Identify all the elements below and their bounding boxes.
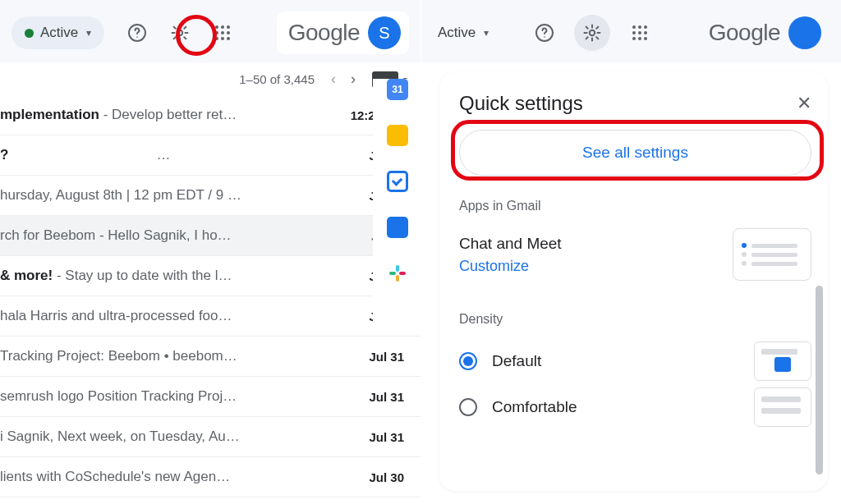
svg-point-4 — [221, 25, 224, 29]
svg-rect-14 — [396, 275, 399, 282]
svg-rect-15 — [399, 272, 406, 275]
settings-button[interactable] — [162, 15, 198, 51]
svg-rect-12 — [396, 265, 399, 272]
message-text: hala Harris and ultra-processed foo… — [0, 308, 232, 324]
message-row[interactable]: ?…Jul 31 — [0, 135, 420, 176]
message-date: Jul 31 — [369, 350, 404, 364]
svg-point-7 — [221, 31, 224, 34]
tasks-app-icon[interactable] — [387, 171, 408, 192]
svg-point-11 — [227, 37, 230, 40]
see-all-settings-button[interactable]: See all settings — [459, 130, 811, 176]
svg-point-2 — [177, 30, 182, 35]
help-icon[interactable] — [119, 15, 155, 51]
message-list: mplementation - Develop better ret…12:22… — [0, 95, 420, 497]
svg-point-5 — [227, 25, 230, 29]
svg-point-27 — [644, 37, 647, 40]
svg-point-19 — [632, 25, 636, 29]
message-date: Jul 31 — [369, 390, 404, 404]
message-row[interactable]: rch for Beebom - Hello Sagnik, I ho…Jul … — [0, 216, 420, 256]
message-row[interactable]: lients with CoSchedule's new Agen…Jul 30 — [0, 457, 420, 497]
chevron-down-icon: ▾ — [86, 27, 91, 39]
slack-app-icon[interactable] — [387, 263, 408, 284]
message-text: semrush logo Position Tracking Proj… — [0, 388, 237, 405]
svg-point-8 — [227, 31, 230, 34]
gear-icon — [170, 23, 190, 43]
density-default-thumbnail — [754, 341, 811, 381]
message-date: Jul 30 — [369, 470, 404, 484]
message-row[interactable]: mplementation - Develop better ret…12:22… — [0, 95, 420, 135]
message-text: mplementation - Develop better ret… — [0, 107, 237, 123]
calendar-app-icon[interactable] — [387, 79, 408, 100]
help-icon[interactable] — [526, 15, 563, 51]
density-section-label: Density — [459, 312, 811, 327]
message-text: ?… — [0, 147, 170, 163]
svg-point-25 — [632, 37, 636, 40]
message-text: Tracking Project: Beebom • beebom… — [0, 348, 237, 364]
svg-point-18 — [590, 30, 595, 35]
gear-icon — [582, 23, 602, 43]
brand-area[interactable]: Google S — [277, 11, 409, 54]
density-comfortable-thumbnail — [754, 387, 811, 427]
chevron-down-icon: ▾ — [484, 27, 489, 39]
svg-point-26 — [638, 37, 641, 40]
message-text: hursday, August 8th | 12 pm EDT / 9 … — [0, 187, 241, 204]
contacts-app-icon[interactable] — [387, 217, 408, 238]
svg-point-17 — [544, 36, 545, 38]
prev-page-button[interactable]: ‹ — [331, 71, 336, 88]
message-date: Jul 31 — [369, 430, 404, 444]
status-text: Active — [438, 25, 476, 41]
status-chip[interactable]: Active ▾ — [433, 16, 502, 49]
message-text: & more! - Stay up to date with the l… — [0, 268, 232, 284]
side-panel-apps: + — [373, 79, 422, 330]
svg-point-20 — [638, 25, 641, 29]
message-text: i Sagnik, Next week, on Tuesday, Au… — [0, 428, 240, 445]
svg-point-3 — [215, 25, 218, 29]
keep-app-icon[interactable] — [387, 125, 408, 146]
next-page-button[interactable]: › — [351, 71, 356, 88]
svg-point-22 — [632, 31, 636, 34]
status-text: Active — [40, 25, 78, 41]
chat-meet-label: Chat and Meet — [459, 235, 562, 253]
avatar[interactable]: S — [368, 16, 401, 49]
apps-grid-icon[interactable] — [622, 15, 658, 51]
message-row[interactable]: Tracking Project: Beebom • beebom…Jul 31 — [0, 337, 420, 377]
status-chip[interactable]: Active ▾ — [11, 16, 104, 49]
settings-button[interactable] — [574, 15, 610, 51]
scrollbar[interactable] — [816, 286, 823, 474]
quick-settings-panel: Quick settings ✕ See all settings Apps i… — [439, 72, 828, 491]
google-logo: Google — [709, 20, 780, 46]
avatar[interactable] — [788, 16, 821, 49]
message-row[interactable]: hala Harris and ultra-processed foo…Jul … — [0, 296, 420, 337]
customize-link[interactable]: Customize — [459, 258, 562, 275]
svg-rect-13 — [389, 272, 396, 275]
svg-point-1 — [136, 36, 138, 38]
svg-point-9 — [215, 37, 218, 40]
brand-area[interactable]: Google — [697, 11, 830, 54]
pagination-text: 1–50 of 3,445 — [239, 72, 315, 86]
google-logo: Google — [288, 20, 360, 46]
close-button[interactable]: ✕ — [797, 93, 811, 114]
density-comfortable-option[interactable]: Comfortable — [459, 390, 577, 424]
message-row[interactable]: hursday, August 8th | 12 pm EDT / 9 …Jul… — [0, 176, 420, 216]
add-app-button[interactable]: + — [387, 309, 408, 330]
radio-unchecked-icon — [459, 398, 477, 416]
message-row[interactable]: i Sagnik, Next week, on Tuesday, Au…Jul … — [0, 417, 420, 457]
radio-checked-icon — [459, 352, 477, 370]
message-row[interactable]: semrush logo Position Tracking Proj…Jul … — [0, 377, 420, 417]
message-text: lients with CoSchedule's new Agen… — [0, 469, 230, 485]
message-row[interactable]: & more! - Stay up to date with the l…Jul… — [0, 256, 420, 296]
svg-point-24 — [644, 31, 647, 34]
panel-title: Quick settings — [459, 92, 583, 115]
svg-point-23 — [638, 31, 641, 34]
presence-dot — [25, 29, 34, 38]
message-text: rch for Beebom - Hello Sagnik, I ho… — [0, 227, 232, 244]
apps-thumbnail — [733, 228, 811, 281]
svg-point-10 — [221, 37, 224, 40]
density-default-option[interactable]: Default — [459, 344, 541, 378]
list-toolbar: 1–50 of 3,445 ‹ › ▾ — [0, 62, 420, 95]
apps-section-label: Apps in Gmail — [459, 199, 811, 213]
apps-grid-icon[interactable] — [205, 15, 241, 51]
svg-point-6 — [215, 31, 218, 34]
svg-point-21 — [644, 25, 647, 29]
